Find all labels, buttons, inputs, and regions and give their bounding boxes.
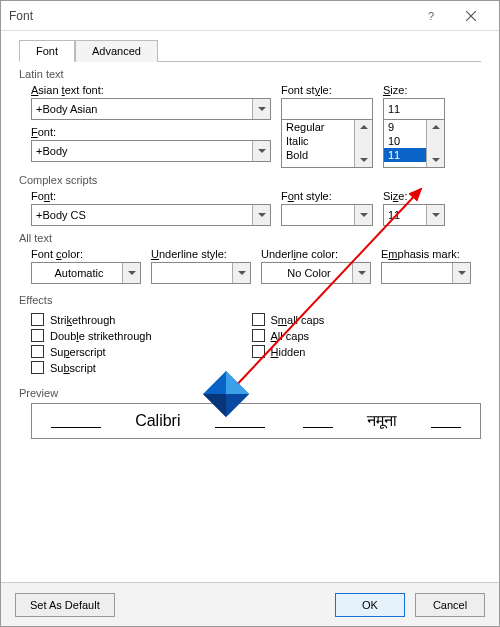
chevron-down-icon xyxy=(252,205,270,225)
ok-label: OK xyxy=(362,599,378,611)
emark-combo[interactable] xyxy=(381,262,471,284)
fontstyle-input[interactable] xyxy=(281,98,373,120)
list-item[interactable]: 9 xyxy=(384,120,426,134)
fontcolor-value: Automatic xyxy=(36,267,122,279)
preview-box: Calibri नमूना xyxy=(31,403,481,439)
cs-size-label: Size: xyxy=(383,190,445,202)
scroll-up-icon xyxy=(427,120,444,134)
cancel-label: Cancel xyxy=(433,599,467,611)
list-item[interactable]: Regular xyxy=(282,120,354,134)
cancel-button[interactable]: Cancel xyxy=(415,593,485,617)
smallcaps-checkbox[interactable]: Small caps xyxy=(252,313,325,326)
checkbox-icon xyxy=(31,329,44,342)
scroll-down-icon xyxy=(355,153,372,167)
size-input[interactable]: 11 xyxy=(383,98,445,120)
close-icon xyxy=(466,11,476,21)
fontstyle-label: Font style: xyxy=(281,84,373,96)
preview-underline xyxy=(215,427,265,428)
cs-font-label: Font: xyxy=(31,190,271,202)
chevron-down-icon xyxy=(252,141,270,161)
tab-font[interactable]: Font xyxy=(19,40,75,62)
checkbox-icon xyxy=(252,329,265,342)
asian-font-label: Asian text font: xyxy=(31,84,271,96)
section-effects: Effects xyxy=(19,294,481,306)
checkbox-icon xyxy=(31,345,44,358)
list-item[interactable]: 10 xyxy=(384,134,426,148)
ucolor-label: Underline color: xyxy=(261,248,371,260)
set-default-button[interactable]: Set As Default xyxy=(15,593,115,617)
cs-font-value: +Body CS xyxy=(36,209,86,221)
strike-checkbox[interactable]: Strikethrough xyxy=(31,313,152,326)
section-latin: Latin text xyxy=(19,68,481,80)
ucolor-combo[interactable]: No Color xyxy=(261,262,371,284)
list-item[interactable]: Bold xyxy=(282,148,354,162)
hidden-checkbox[interactable]: Hidden xyxy=(252,345,325,358)
preview-latin: Calibri xyxy=(135,412,180,430)
superscript-checkbox[interactable]: Superscript xyxy=(31,345,152,358)
tab-advanced[interactable]: Advanced xyxy=(75,40,158,62)
fontcolor-combo[interactable]: Automatic xyxy=(31,262,141,284)
ok-button[interactable]: OK xyxy=(335,593,405,617)
section-alltext: All text xyxy=(19,232,481,244)
font-value: +Body xyxy=(36,145,68,157)
checkbox-icon xyxy=(252,345,265,358)
cs-size-combo[interactable]: 11 xyxy=(383,204,445,226)
subscript-checkbox[interactable]: Subscript xyxy=(31,361,152,374)
help-icon: ? xyxy=(428,10,434,22)
scroll-up-icon xyxy=(355,120,372,134)
section-preview: Preview xyxy=(19,387,481,399)
section-complex: Complex scripts xyxy=(19,174,481,186)
chevron-down-icon xyxy=(354,205,372,225)
set-default-label: Set As Default xyxy=(30,599,100,611)
checkbox-icon xyxy=(252,313,265,326)
chevron-down-icon xyxy=(232,263,250,283)
cs-fontstyle-combo[interactable] xyxy=(281,204,373,226)
scroll-down-icon xyxy=(427,153,444,167)
asian-font-value: +Body Asian xyxy=(36,103,97,115)
asian-font-combo[interactable]: +Body Asian xyxy=(31,98,271,120)
ustyle-combo[interactable] xyxy=(151,262,251,284)
list-item-selected[interactable]: 11 xyxy=(384,148,426,162)
size-value: 11 xyxy=(388,103,400,115)
fontcolor-label: Font color: xyxy=(31,248,141,260)
close-button[interactable] xyxy=(451,1,491,31)
dstrike-checkbox[interactable]: Double strikethrough xyxy=(31,329,152,342)
ucolor-value: No Color xyxy=(266,267,352,279)
tab-bar: Font Advanced xyxy=(19,39,481,62)
emark-label: Emphasis mark: xyxy=(381,248,471,260)
chevron-down-icon xyxy=(426,205,444,225)
ustyle-label: Underline style: xyxy=(151,248,251,260)
preview-underline xyxy=(303,427,333,428)
preview-cs: नमूना xyxy=(367,412,397,430)
chevron-down-icon xyxy=(122,263,140,283)
font-combo[interactable]: +Body xyxy=(31,140,271,162)
font-label: Font: xyxy=(31,126,271,138)
preview-underline xyxy=(51,427,101,428)
checkbox-icon xyxy=(31,313,44,326)
window-title: Font xyxy=(9,9,411,23)
help-button[interactable]: ? xyxy=(411,1,451,31)
checkbox-icon xyxy=(31,361,44,374)
cs-fontstyle-label: Font style: xyxy=(281,190,373,202)
cs-font-combo[interactable]: +Body CS xyxy=(31,204,271,226)
titlebar: Font ? xyxy=(1,1,499,31)
tab-advanced-label: Advanced xyxy=(92,45,141,57)
chevron-down-icon xyxy=(452,263,470,283)
size-label: Size: xyxy=(383,84,445,96)
preview-underline xyxy=(431,427,461,428)
scrollbar[interactable] xyxy=(354,120,372,167)
chevron-down-icon xyxy=(252,99,270,119)
chevron-down-icon xyxy=(352,263,370,283)
button-bar: Set As Default OK Cancel xyxy=(1,582,499,626)
allcaps-checkbox[interactable]: All caps xyxy=(252,329,325,342)
cs-size-value: 11 xyxy=(388,209,400,221)
list-item[interactable]: Italic xyxy=(282,134,354,148)
scrollbar[interactable] xyxy=(426,120,444,167)
fontstyle-list[interactable]: Regular Italic Bold xyxy=(281,120,373,168)
size-list[interactable]: 9 10 11 xyxy=(383,120,445,168)
tab-font-label: Font xyxy=(36,45,58,57)
